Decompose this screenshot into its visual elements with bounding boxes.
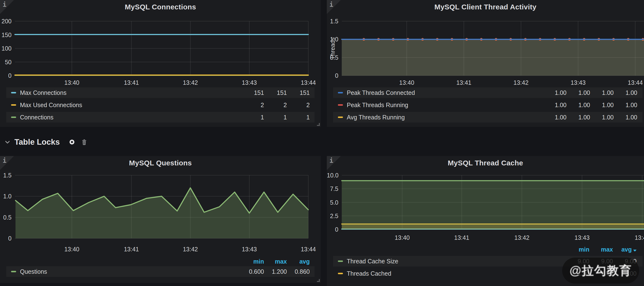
x-axis-tick: 13:40: [55, 80, 88, 86]
legend-value: 151: [241, 89, 264, 96]
x-axis-tick: 13:42: [504, 80, 538, 86]
legend-item[interactable]: Questions0.6001.2000.860: [6, 266, 314, 277]
panel-title[interactable]: MySQL Client Thread Activity: [327, 3, 644, 11]
legend-item[interactable]: Max Used Connections222: [6, 100, 314, 110]
chart-thread_cache[interactable]: [342, 175, 644, 230]
legend-value: 1: [287, 114, 310, 121]
series-color-swatch: [338, 273, 343, 274]
y-axis-tick: 1.5: [0, 172, 12, 179]
series-color-swatch: [338, 116, 343, 118]
legend-value: 2: [241, 102, 264, 108]
y-axis-tick: 0: [0, 72, 12, 79]
legend-item[interactable]: Peak Threads Running1.001.001.001.00: [333, 100, 642, 110]
x-axis-tick: 13:44: [292, 246, 325, 252]
legend-value: 1.00: [614, 102, 637, 108]
x-axis-tick: 13:42: [505, 234, 539, 241]
legend-value: 9.00: [566, 258, 589, 265]
legend-item[interactable]: Threads Cached1.001.001.00: [333, 268, 642, 279]
x-axis-tick: 13:44: [618, 80, 644, 86]
y-axis-tick: 0: [327, 72, 338, 79]
legend-value: 0.860: [287, 268, 310, 275]
legend-sort-min[interactable]: min: [566, 246, 589, 253]
y-axis-tick: 1.0: [0, 193, 12, 200]
legend-item[interactable]: Max Connections151151151: [6, 88, 314, 98]
legend-value: 1.00: [543, 102, 566, 108]
legend-header: minmaxavg: [333, 246, 642, 253]
chart-thread_activity[interactable]: [342, 21, 644, 76]
legend-value: 1.00: [566, 89, 590, 96]
legend-value: 1.00: [614, 89, 637, 96]
legend-sort-max[interactable]: max: [264, 258, 287, 265]
legend-value: 1.00: [590, 114, 614, 121]
row-title[interactable]: Table Locks: [14, 138, 60, 146]
y-axis-tick: 0.5: [0, 214, 12, 221]
legend-value: 1: [264, 114, 287, 121]
x-axis-tick: 13:40: [385, 234, 419, 241]
legend-item[interactable]: Thread Cache Size9.009.009.00: [333, 256, 642, 266]
panel-title[interactable]: MySQL Questions: [0, 159, 321, 167]
legend-value: 1.00: [543, 89, 566, 96]
panel-title[interactable]: MySQL Connections: [0, 3, 321, 11]
chart-questions[interactable]: [15, 175, 308, 238]
legend-value: 1: [241, 114, 264, 121]
x-axis-tick: 13:43: [565, 234, 599, 241]
panel-resize-handle[interactable]: [316, 278, 320, 282]
legend-value: 1.200: [264, 268, 287, 275]
y-axis-tick: 200: [0, 18, 12, 24]
legend-label: Peak Threads Running: [347, 102, 408, 108]
legend-value: 151: [287, 89, 310, 96]
series-color-swatch: [11, 116, 16, 118]
legend-sort-min[interactable]: min: [241, 258, 264, 265]
series-color-swatch: [11, 271, 16, 272]
series-color-swatch: [11, 104, 16, 106]
legend-sort-avg[interactable]: avg: [287, 258, 310, 265]
legend-value: 0.600: [241, 268, 264, 275]
legend-header: minmaxavg: [6, 258, 314, 265]
legend-value: 1.00: [590, 89, 614, 96]
legend-value: 1.00: [566, 270, 589, 277]
legend-item[interactable]: Avg Threads Running1.001.001.001.00: [333, 112, 642, 122]
x-axis-tick: 13:44: [625, 234, 644, 241]
y-axis-label: Threads: [329, 37, 336, 60]
y-axis-tick: 50: [0, 59, 12, 66]
gear-icon[interactable]: [68, 138, 76, 146]
legend-label: Questions: [20, 268, 47, 275]
legend-label: Peak Threads Connected: [347, 89, 415, 96]
x-axis-tick: 13:41: [447, 80, 480, 86]
x-axis-tick: 13:43: [561, 80, 595, 86]
x-axis-tick: 13:41: [114, 246, 148, 252]
legend-sort-max[interactable]: max: [589, 246, 613, 253]
series-color-swatch: [338, 104, 343, 106]
legend-label: Avg Threads Running: [347, 114, 405, 121]
legend-item[interactable]: Connections111: [6, 112, 314, 122]
panel-mysql-thread-cache: i MySQL Thread Cache 10.07.55.02.5013:40…: [327, 156, 644, 286]
x-axis-tick: 13:42: [174, 246, 207, 252]
legend-value: 1.00: [613, 270, 636, 277]
panel-mysql-questions: i MySQL Questions 1.51.00.5013:4013:4113…: [0, 156, 321, 283]
legend-label: Max Connections: [20, 89, 66, 96]
legend-value: 1.00: [566, 102, 590, 108]
legend-value: 9.00: [613, 258, 636, 265]
x-axis-tick: 13:41: [114, 80, 148, 86]
y-axis-tick: 1.5: [327, 18, 338, 24]
y-axis-tick: 5.0: [327, 199, 338, 206]
legend-item[interactable]: Peak Threads Connected1.001.001.001.00: [333, 88, 642, 98]
y-axis-tick: 0: [0, 235, 12, 242]
legend-value: 1.00: [589, 270, 613, 277]
chevron-down-icon[interactable]: [4, 138, 11, 146]
trash-icon[interactable]: [81, 139, 88, 146]
series-color-swatch: [11, 92, 16, 94]
legend-value: 9.00: [589, 258, 613, 265]
chart-connections[interactable]: [15, 21, 308, 76]
x-axis-tick: 13:43: [232, 80, 266, 86]
y-axis-tick: 10.0: [327, 172, 338, 179]
x-axis-tick: 13:42: [174, 80, 207, 86]
panel-title[interactable]: MySQL Thread Cache: [327, 159, 644, 167]
x-axis-tick: 13:43: [232, 246, 266, 252]
legend-value: 1.00: [566, 114, 590, 121]
panel-resize-handle[interactable]: [316, 122, 320, 126]
series-color-swatch: [338, 260, 343, 262]
legend-value: 2: [264, 102, 287, 108]
legend-sort-avg[interactable]: avg: [613, 246, 636, 253]
grafana-dashboard: { "row_header": { "title": "Table Locks"…: [0, 0, 644, 286]
